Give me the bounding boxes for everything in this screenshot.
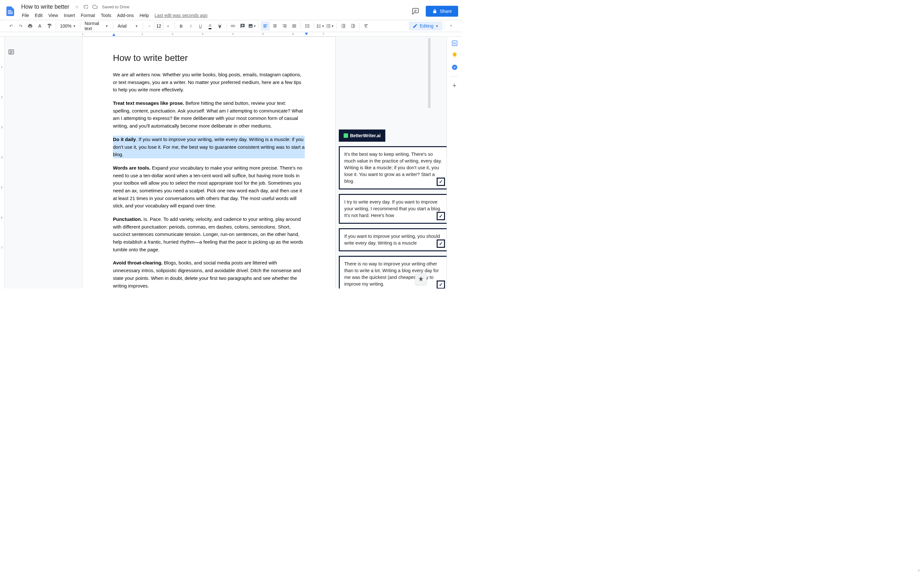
header-center: How to write better ☆ Saved to Drive Fil… <box>19 3 409 20</box>
paragraph-style-select[interactable]: Normal text▼ <box>82 21 111 31</box>
zoom-select[interactable]: 100%▼ <box>58 23 78 29</box>
menu-format[interactable]: Format <box>78 11 97 19</box>
saved-status: Saved to Drive <box>102 5 129 9</box>
explore-button[interactable] <box>415 273 427 285</box>
tasks-addon-icon[interactable] <box>451 64 458 71</box>
bold-button[interactable]: B <box>177 21 186 31</box>
font-select[interactable]: Arial▼ <box>115 23 141 29</box>
menu-file[interactable]: File <box>19 11 32 19</box>
chevron-down-icon: ▼ <box>135 24 138 28</box>
header-bar: How to write better ☆ Saved to Drive Fil… <box>0 0 462 20</box>
accept-suggestion-button[interactable]: ✓ <box>437 239 445 248</box>
svg-text:31: 31 <box>453 42 456 45</box>
last-edit-link[interactable]: Last edit was seconds ago <box>155 13 208 18</box>
doc-paragraph[interactable]: Treat text messages like prose. Before h… <box>113 99 305 130</box>
insert-image-button[interactable]: ▼ <box>248 21 257 31</box>
share-label: Share <box>440 9 452 14</box>
document-title[interactable]: How to write better <box>19 3 71 11</box>
comments-button[interactable] <box>409 5 422 18</box>
align-right-button[interactable] <box>280 21 289 31</box>
editing-mode-button[interactable]: Editing ▼ <box>409 21 443 31</box>
menu-bar: File Edit View Insert Format Tools Add-o… <box>19 11 409 20</box>
scrollbar-thumb[interactable] <box>428 38 431 108</box>
keep-addon-icon[interactable] <box>451 52 458 58</box>
menu-addons[interactable]: Add-ons <box>115 11 136 19</box>
underline-button[interactable]: U <box>196 21 205 31</box>
spellcheck-button[interactable]: A <box>35 21 44 31</box>
get-addons-button[interactable]: + <box>451 82 458 89</box>
accept-suggestion-button[interactable]: ✓ <box>437 212 445 220</box>
print-button[interactable] <box>26 21 35 31</box>
star-icon[interactable]: ☆ <box>74 3 80 10</box>
suggestion-brand[interactable]: BetterWriter.ai <box>339 129 385 142</box>
menu-tools[interactable]: Tools <box>98 11 114 19</box>
bullets-button[interactable]: ▼ <box>326 21 334 31</box>
chevron-down-icon: ▼ <box>253 24 256 28</box>
brand-logo-icon <box>344 133 348 138</box>
collapse-toolbar-button[interactable]: ^ <box>447 21 456 31</box>
menu-view[interactable]: View <box>46 11 61 19</box>
vertical-ruler[interactable]: 1 2 3 4 5 6 7 <box>0 37 5 288</box>
add-comment-button[interactable] <box>238 21 247 31</box>
pencil-icon <box>413 23 418 29</box>
checklist-button[interactable]: ▼ <box>316 21 325 31</box>
chevron-down-icon: ▼ <box>73 24 76 28</box>
svg-point-3 <box>326 26 328 27</box>
toolbar: ↶ ↷ A 100%▼ Normal text▼ Arial▼ − + B I … <box>0 20 462 32</box>
menu-edit[interactable]: Edit <box>32 11 45 19</box>
doc-heading[interactable]: How to write better <box>113 53 305 63</box>
paint-format-button[interactable] <box>45 21 54 31</box>
lock-icon <box>432 9 437 14</box>
decrease-indent-button[interactable] <box>339 21 348 31</box>
undo-button[interactable]: ↶ <box>6 21 15 31</box>
accept-suggestion-button[interactable]: ✓ <box>437 280 445 288</box>
italic-button[interactable]: I <box>186 21 195 31</box>
doc-paragraph[interactable]: Punctuation. Is. Pace. To add variety, v… <box>113 215 305 253</box>
share-button[interactable]: Share <box>426 6 458 17</box>
calendar-addon-icon[interactable]: 31 <box>451 40 458 46</box>
increase-font-button[interactable]: + <box>164 21 173 31</box>
text-color-button[interactable]: A <box>206 21 215 31</box>
chevron-down-icon: ▼ <box>435 24 439 28</box>
side-panel: 31 + › <box>447 37 462 288</box>
horizontal-ruler[interactable]: 1 1 2 3 4 5 6 7 <box>0 32 462 37</box>
document-canvas[interactable]: How to write better We are all writers n… <box>18 37 447 288</box>
outline-toggle-button[interactable] <box>7 47 16 56</box>
font-size-input[interactable] <box>154 22 164 30</box>
align-left-button[interactable] <box>261 21 270 31</box>
doc-paragraph[interactable]: Avoid throat-clearing. Blogs, books, and… <box>113 259 305 288</box>
align-justify-button[interactable] <box>290 21 299 31</box>
chevron-down-icon: ▼ <box>105 24 108 28</box>
move-icon[interactable] <box>83 3 89 10</box>
decrease-font-button[interactable]: − <box>145 21 154 31</box>
accept-suggestion-button[interactable]: ✓ <box>437 177 445 186</box>
line-spacing-button[interactable] <box>303 21 312 31</box>
doc-paragraph-selected[interactable]: Do it daily. If you want to improve your… <box>113 135 305 158</box>
svg-point-4 <box>326 27 328 28</box>
redo-button[interactable]: ↷ <box>16 21 25 31</box>
page[interactable]: How to write better We are all writers n… <box>82 37 336 288</box>
doc-paragraph[interactable]: We are all writers now. Whether you writ… <box>113 71 305 93</box>
cloud-icon[interactable] <box>92 3 98 10</box>
docs-logo[interactable] <box>4 3 17 20</box>
increase-indent-button[interactable] <box>349 21 357 31</box>
doc-paragraph[interactable]: Words are tools. Expand your vocabulary … <box>113 164 305 210</box>
link-button[interactable] <box>228 21 237 31</box>
svg-point-2 <box>326 24 328 25</box>
clear-formatting-button[interactable] <box>362 21 371 31</box>
menu-help[interactable]: Help <box>137 11 152 19</box>
menu-insert[interactable]: Insert <box>61 11 78 19</box>
highlight-button[interactable] <box>215 21 224 31</box>
align-center-button[interactable] <box>270 21 279 31</box>
